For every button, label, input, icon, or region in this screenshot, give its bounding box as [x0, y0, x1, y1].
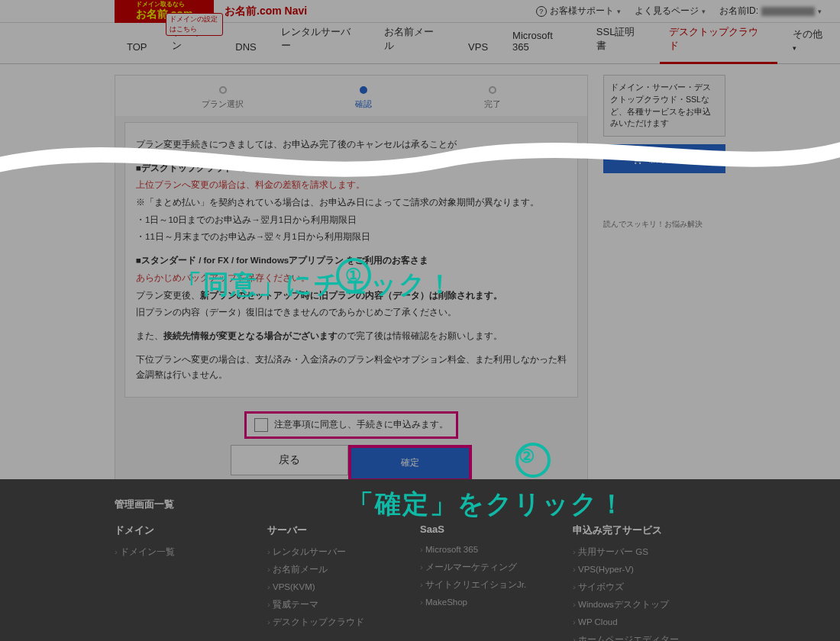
main-nav: TOPドメインDNSレンタルサーバーお名前メールVPSMicrosoft 365…: [0, 23, 840, 64]
footer-link[interactable]: MakeShop: [420, 594, 527, 611]
footer-link[interactable]: メールマーケティング: [420, 559, 527, 576]
footer-link[interactable]: サイボウズ: [573, 578, 680, 596]
footer-link[interactable]: デスクトップクラウド: [267, 614, 374, 631]
notice-panel: プラン変更手続きにつきましては、お申込み完了後のキャンセルは承ることが ■デスク…: [124, 122, 578, 398]
footer-link[interactable]: サイトクリエイションJr.: [420, 576, 527, 594]
footer: 管理画面一覧 ドメインドメイン一覧サーバーレンタルサーバーお名前メールVPS(K…: [0, 479, 840, 641]
step-confirm: 確認: [355, 86, 372, 110]
footer-link[interactable]: ドメイン一覧: [115, 543, 221, 561]
consent-checkbox[interactable]: [254, 418, 268, 432]
sidebar-note: 読んでスッキリ！お悩み解決: [603, 219, 725, 230]
nav-tab-4[interactable]: お名前メール: [372, 14, 456, 63]
footer-link[interactable]: お名前メール: [267, 561, 374, 578]
new-order-label: 新規申込み: [649, 152, 699, 166]
footer-link[interactable]: VPS(Hyper-V): [573, 561, 680, 578]
step-plan-select: プラン選択: [202, 86, 244, 110]
new-order-button[interactable]: 新規申込み: [603, 144, 725, 173]
nav-tab-2[interactable]: DNS: [223, 31, 268, 63]
confirm-button[interactable]: 確定: [351, 448, 469, 478]
confirm-button-highlight: 確定: [348, 445, 472, 482]
cart-icon: [631, 153, 643, 164]
chevron-down-icon: ▾: [617, 8, 621, 15]
footer-col-head: ドメイン: [115, 523, 221, 537]
footer-link[interactable]: 賢威テーマ: [267, 596, 374, 614]
step-done: 完了: [484, 86, 501, 110]
nav-tab-1[interactable]: ドメイン: [160, 14, 224, 63]
consent-checkbox-row[interactable]: 注意事項に同意し、手続きに申込みます。: [244, 411, 458, 439]
nav-tab-0[interactable]: TOP: [115, 31, 160, 63]
nav-tab-5[interactable]: VPS: [456, 31, 500, 63]
nav-tab-7[interactable]: SSL証明書: [584, 14, 657, 63]
footer-col-head: 申込み完了サービス: [573, 523, 680, 537]
nav-tab-3[interactable]: レンタルサーバー: [269, 14, 373, 63]
footer-link[interactable]: WP Cloud: [573, 614, 680, 631]
back-button[interactable]: 戻る: [231, 445, 348, 475]
nav-tab-6[interactable]: Microsoft 365: [500, 19, 584, 63]
main-panel: プラン選択 確認 完了 プラン変更手続きにつきましては、お申込み完了後のキャンセ…: [115, 75, 588, 501]
footer-link[interactable]: Microsoft 365: [420, 541, 527, 559]
footer-link[interactable]: レンタルサーバー: [267, 543, 374, 561]
footer-col-head: SaaS: [420, 523, 527, 535]
footer-link[interactable]: ホームページエディター: [573, 631, 680, 641]
nav-tab-9[interactable]: その他 ▾: [780, 17, 840, 63]
help-icon: ?: [536, 6, 547, 17]
logo-tagline: ドメイン取るなら: [136, 2, 193, 8]
footer-title: 管理画面一覧: [115, 498, 725, 511]
footer-link[interactable]: 共用サーバー GS: [573, 543, 680, 561]
sidebar-promo: ドメイン・サーバー・デスクトップクラウド・SSLなど、各種サービスをお申込みいた…: [603, 75, 725, 137]
footer-link[interactable]: Windowsデスクトップ: [573, 596, 680, 614]
footer-link[interactable]: VPS(KVM): [267, 578, 374, 596]
footer-col-head: サーバー: [267, 523, 374, 537]
nav-tab-8[interactable]: デスクトップクラウド: [657, 14, 780, 63]
chevron-down-icon: ▾: [818, 8, 822, 15]
consent-label: 注意事項に同意し、手続きに申込みます。: [274, 418, 448, 431]
chevron-down-icon: ▾: [702, 8, 706, 15]
